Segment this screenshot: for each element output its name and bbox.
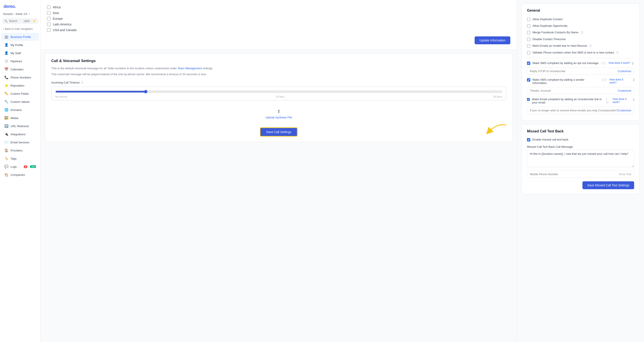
sidebar-item-business-profile[interactable]: 🏢Business Profile (1, 33, 39, 41)
sidebar-item-label: Pipelines (10, 60, 22, 63)
sidebar-item-my-profile[interactable]: 👤My Profile (1, 41, 39, 49)
search-bar[interactable]: 🔍 Search ctrl K ⚡ (2, 18, 38, 24)
sidebar-item-logs[interactable]: 💬Logs8new (1, 163, 39, 171)
info-icon: ⓘ (581, 31, 583, 35)
lightning-icon: ⚡ (33, 20, 36, 23)
region-checkbox-asia[interactable] (47, 11, 50, 15)
sidebar-item-reputation[interactable]: ⭐Reputation (1, 82, 39, 90)
compliance-input-row: Customize (527, 107, 634, 114)
sidebar-item-my-staff[interactable]: 👤My Staff (1, 49, 39, 57)
checkbox-label: Validate Phone numbers when first SMS is… (532, 51, 614, 54)
media-icon: 🖼️ (4, 116, 8, 120)
general-checkbox[interactable] (527, 51, 530, 54)
general-checkbox-row: Validate Phone numbers when first SMS is… (527, 49, 634, 56)
integrations-icon: 🔌 (4, 132, 8, 136)
sidebar-item-email-services[interactable]: ✉️Email Services (1, 138, 39, 146)
compliance-label: Make SMS compliant by adding a sender in… (532, 78, 600, 85)
sidebar: demo. Account -- Irvine, CA ▾ 🔍 Search c… (0, 0, 40, 342)
compliance-checkbox[interactable] (527, 98, 530, 101)
how-does-it-work-link[interactable]: How does it work? (610, 78, 631, 84)
save-missed-call-settings-button[interactable]: Save Missed Call Text Settings (582, 181, 634, 189)
how-does-it-work-link[interactable]: How does it work? (609, 61, 630, 65)
mobile-phone-input[interactable] (530, 173, 618, 176)
send-test-link[interactable]: Send Test (618, 173, 631, 176)
compliance-text-input[interactable] (530, 109, 618, 112)
sidebar-item-tags[interactable]: 🏷️Tags (1, 155, 39, 162)
compliance-checkbox[interactable] (527, 62, 530, 65)
how-does-it-work-link[interactable]: How does it work? (613, 98, 631, 104)
customize-link[interactable]: Customize (618, 70, 631, 73)
update-information-button[interactable]: Update Information (474, 36, 510, 44)
slider-min-label: No timeout (56, 95, 67, 98)
back-navigation[interactable]: ‹ Back to main navigation (0, 26, 40, 33)
region-checkbox-africa[interactable] (47, 6, 50, 9)
sidebar-item-pipelines[interactable]: ⬡Pipelines (1, 57, 39, 65)
upload-text: Upload mp3/wav File (265, 116, 292, 119)
sidebar-item-label: URL Redirects (10, 125, 29, 128)
general-checkbox[interactable] (527, 44, 530, 48)
phone-numbers-icon: 📞 (4, 75, 8, 79)
compliance-text-input[interactable] (530, 70, 618, 73)
info-icon: ⓘ (616, 51, 619, 55)
info-icon: ⓘ (81, 81, 84, 84)
compliance-label: Make SMS compliant by adding an opt out … (532, 61, 599, 65)
regions-section: AfricaAsiaEuropeLatin AmericaUSA and Can… (40, 0, 517, 50)
account-selector[interactable]: Account -- Irvine, CA ▾ (0, 11, 40, 18)
search-icon: 🔍 (4, 20, 8, 23)
sidebar-item-companies[interactable]: 🏗️Companies (1, 171, 39, 179)
compliance-checkbox-row: Make SMS compliant by adding an opt out … (527, 60, 634, 67)
info-icon: ⓘ (589, 44, 592, 48)
team-management-link[interactable]: Team Management (178, 67, 202, 70)
checkbox-label: Mark Emails as Invalid due to Hard Bounc… (532, 44, 587, 47)
upload-link[interactable]: Upload mp3/wav File (265, 116, 292, 119)
sidebar-item-domains[interactable]: 🌐Domains (1, 106, 39, 114)
region-item-latin-america: Latin America (47, 22, 510, 27)
compliance-text-input[interactable] (530, 89, 618, 92)
call-desc-2: This voicemail message will be played in… (51, 72, 506, 77)
region-checkbox-latin-america[interactable] (47, 23, 50, 26)
new-badge: new (30, 165, 36, 168)
region-item-usa-and-canada: USA and Canada (47, 27, 510, 33)
general-checkbox[interactable] (527, 24, 530, 28)
sidebar-item-calendars[interactable]: 📅Calendars (1, 65, 39, 73)
region-label: Asia (53, 11, 59, 15)
sidebar-item-phone-numbers[interactable]: 📞Phone Numbers (1, 74, 39, 81)
mobile-phone-row: Send Test (527, 171, 634, 178)
sidebar-item-custom-values[interactable]: 🔧Custom Values (1, 98, 39, 106)
sidebar-item-media[interactable]: 🖼️Media (1, 114, 39, 122)
message-textarea[interactable]: Hi this is {{location.name}}, I saw that… (527, 150, 634, 167)
upload-area: ⬆ Upload mp3/wav File (51, 105, 506, 123)
logs-icon: 💬 (4, 165, 8, 169)
sidebar-item-label: Companies (10, 173, 25, 176)
chevron-left-icon: ‹ (3, 28, 4, 31)
general-checkbox[interactable] (527, 31, 530, 34)
region-checkbox-europe[interactable] (47, 17, 50, 20)
sidebar-item-providers[interactable]: 🏠Providers (1, 146, 39, 154)
general-checkbox-row: Merge Facebook Contacts By Name ⓘ (527, 29, 634, 36)
customize-link[interactable]: Customize (618, 109, 631, 112)
right-panel: General Allow Duplicate Contact Allow Du… (517, 0, 644, 342)
arrow-annotation (484, 121, 510, 138)
sidebar-item-url-redirects[interactable]: ↗️URL Redirects (1, 122, 39, 130)
customize-link[interactable]: Customize (618, 89, 631, 92)
timeout-slider[interactable] (56, 90, 502, 93)
compliance-row: Make Email compliant by adding an Unsubs… (527, 96, 634, 114)
region-item-africa: Africa (47, 5, 510, 10)
region-item-asia: Asia (47, 10, 510, 16)
enable-missed-call-row: Enable missed call text back (527, 136, 634, 143)
general-checkbox[interactable] (527, 38, 530, 41)
sidebar-item-custom-fields[interactable]: ✏️Custom Fields (1, 90, 39, 98)
region-checkbox-usa-and-canada[interactable] (47, 28, 50, 32)
general-checkbox[interactable] (527, 18, 530, 21)
save-call-settings-button[interactable]: Save Call Settings (260, 127, 298, 137)
region-label: USA and Canada (53, 28, 76, 32)
sidebar-nav: 🏢Business Profile👤My Profile👤My Staff⬡Pi… (0, 33, 40, 342)
logs-badge: 8 (24, 165, 28, 168)
info-icon: ( ⓘ (601, 61, 606, 65)
sidebar-item-label: Custom Values (10, 100, 30, 104)
enable-missed-call-checkbox[interactable] (527, 138, 530, 141)
sidebar-item-integrations[interactable]: 🔌Integrations (1, 130, 39, 138)
slider-max-label: 20 Secs (493, 95, 502, 98)
pipelines-icon: ⬡ (4, 59, 8, 63)
compliance-checkbox[interactable] (527, 78, 530, 82)
